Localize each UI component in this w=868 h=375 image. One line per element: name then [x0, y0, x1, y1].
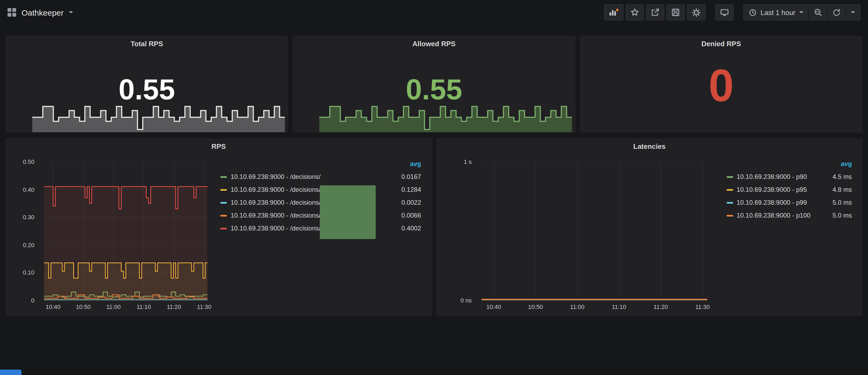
star-dashboard-button[interactable]: [626, 4, 644, 21]
series-avg-value: 0.0167: [396, 173, 421, 181]
time-range-label: Last 1 hour: [761, 8, 796, 17]
x-tick: 11:00: [570, 304, 584, 310]
x-tick: 11:20: [654, 304, 668, 310]
grafana-dashboard: Oathkeeper: [0, 0, 868, 375]
latencies-legend: avg 10.10.69.238:9000 - p90 4.5 ms 10.10…: [726, 160, 852, 222]
series-avg-value: 0.0066: [396, 212, 421, 219]
refresh-caret-icon: [851, 11, 855, 13]
add-panel-icon: [609, 8, 619, 17]
series-color-swatch[interactable]: [220, 215, 227, 216]
series-avg-value: 0.4002: [396, 225, 421, 232]
star-icon: [630, 8, 639, 17]
dashboard-settings-button[interactable]: [687, 4, 706, 21]
time-controls: Last 1 hour: [743, 4, 861, 21]
legend-row[interactable]: 10.10.69.238:9000 - p100 5.0 ms: [726, 209, 852, 222]
monitor-icon: [720, 8, 729, 17]
navbar: Oathkeeper: [0, 0, 868, 25]
x-tick: 11:00: [106, 304, 121, 310]
rps-chart-area[interactable]: [44, 162, 208, 300]
clock-icon: [749, 8, 757, 17]
y-tick: 0.50: [23, 158, 34, 165]
series-label[interactable]: 10.10.69.238:9000 - p100: [737, 212, 810, 219]
legend-avg-header[interactable]: avg: [726, 160, 852, 170]
series-label[interactable]: 10.10.69.238:9000 - /decisions/: [230, 212, 320, 219]
time-range-picker[interactable]: Last 1 hour: [744, 5, 808, 20]
panel-title[interactable]: Allowed RPS: [293, 40, 576, 48]
dashboards-grid-icon[interactable]: [7, 8, 16, 17]
panel-allowed-rps: Allowed RPS 0.55: [293, 35, 576, 133]
series-avg-value: 0.0022: [396, 199, 421, 206]
latencies-chart-area[interactable]: [481, 162, 707, 300]
zoom-out-icon: [814, 8, 822, 17]
series-label[interactable]: 10.10.69.238:9000 - p90: [737, 173, 807, 181]
x-tick: 10:50: [528, 304, 543, 310]
series-color-swatch[interactable]: [726, 189, 733, 190]
panel-total-rps: Total RPS 0.55: [5, 35, 288, 133]
blue-corner-artifact: [0, 370, 22, 375]
series-color-swatch[interactable]: [726, 215, 733, 216]
rps-x-axis: 10:40 10:50 11:00 11:10 11:20 11:30: [44, 304, 208, 311]
refresh-interval-dropdown[interactable]: [846, 5, 860, 20]
x-tick: 11:10: [136, 304, 151, 310]
dashboard-title[interactable]: Oathkeeper: [22, 8, 64, 17]
series-avg-value: 4.5 ms: [827, 173, 852, 181]
refresh-button[interactable]: [828, 5, 845, 20]
panel-latencies: Latencies 1 s 0 ns 10:40 10:50 11:00 11:…: [436, 138, 863, 316]
latencies-x-axis: 10:40 10:50 11:00 11:10 11:20 11:30: [481, 304, 707, 311]
series-label[interactable]: 10.10.69.238:9000 - /decisions/: [230, 225, 320, 232]
series-label[interactable]: 10.10.69.238:9000 - /decisions/: [230, 199, 320, 206]
panel-title[interactable]: RPS: [5, 143, 432, 150]
y-tick: 1 s: [464, 158, 472, 165]
y-tick: 0 ns: [460, 297, 472, 304]
save-dashboard-button[interactable]: [666, 4, 685, 21]
series-avg-value: 5.0 ms: [827, 199, 852, 206]
total-rps-value: 0.55: [5, 35, 288, 133]
panel-title[interactable]: Total RPS: [5, 40, 288, 48]
series-color-swatch[interactable]: [726, 176, 733, 178]
charts-row: RPS 0.50 0.40 0.30 0.20 0.10 0 10:40 10:…: [5, 138, 863, 316]
series-label[interactable]: 10.10.69.238:9000 - /decisions/: [230, 173, 320, 181]
series-avg-value: 4.8 ms: [827, 186, 852, 193]
panel-title[interactable]: Latencies: [436, 143, 863, 150]
legend-avg-header[interactable]: avg: [220, 160, 421, 170]
rps-y-axis: 0.50 0.40 0.30 0.20 0.10 0: [5, 162, 40, 300]
x-tick: 10:50: [76, 304, 91, 310]
green-overlay-box: [320, 185, 376, 239]
legend-row[interactable]: 10.10.69.238:9000 - p90 4.5 ms: [726, 170, 852, 183]
series-color-swatch[interactable]: [220, 189, 227, 190]
legend-row[interactable]: 10.10.69.238:9000 - p95 4.8 ms: [726, 183, 852, 196]
time-range-caret-icon: [799, 11, 804, 13]
tv-kiosk-mode-button[interactable]: [715, 4, 734, 21]
allowed-rps-value: 0.55: [293, 35, 576, 133]
series-avg-value: 5.0 ms: [827, 212, 852, 219]
y-tick: 0: [31, 297, 34, 304]
zoom-out-time-button[interactable]: [809, 5, 827, 20]
share-dashboard-button[interactable]: [646, 4, 664, 21]
latencies-y-axis: 1 s 0 ns: [436, 162, 477, 300]
x-tick: 10:40: [487, 304, 501, 310]
stats-row: Total RPS 0.55 Allowed RPS 0.55 Denied R…: [5, 35, 863, 133]
x-tick: 11:10: [612, 304, 626, 310]
x-tick: 11:30: [197, 304, 211, 310]
legend-row[interactable]: 10.10.69.238:9000 - /decisions/ 0.0167: [220, 170, 421, 183]
panel-title[interactable]: Denied RPS: [580, 40, 863, 48]
series-color-swatch[interactable]: [220, 202, 227, 204]
legend-row[interactable]: 10.10.69.238:9000 - p99 5.0 ms: [726, 196, 852, 209]
series-color-swatch[interactable]: [220, 227, 227, 229]
series-label[interactable]: 10.10.69.238:9000 - p95: [737, 186, 807, 193]
y-tick: 0.40: [23, 186, 34, 193]
save-icon: [671, 8, 680, 17]
y-tick: 0.10: [23, 270, 34, 276]
denied-rps-value: 0: [580, 35, 863, 133]
gear-icon: [692, 8, 701, 17]
series-label[interactable]: 10.10.69.238:9000 - p99: [737, 199, 807, 206]
series-color-swatch[interactable]: [726, 202, 733, 204]
x-tick: 11:30: [695, 304, 709, 310]
dashboard-picker-caret-icon[interactable]: [69, 11, 73, 13]
panel-rps: RPS 0.50 0.40 0.30 0.20 0.10 0 10:40 10:…: [5, 138, 432, 316]
series-color-swatch[interactable]: [220, 176, 227, 178]
panel-denied-rps: Denied RPS 0: [580, 35, 863, 133]
series-label[interactable]: 10.10.69.238:9000 - /decisions/: [230, 186, 320, 193]
share-icon: [651, 8, 659, 17]
add-panel-button[interactable]: [604, 4, 623, 21]
